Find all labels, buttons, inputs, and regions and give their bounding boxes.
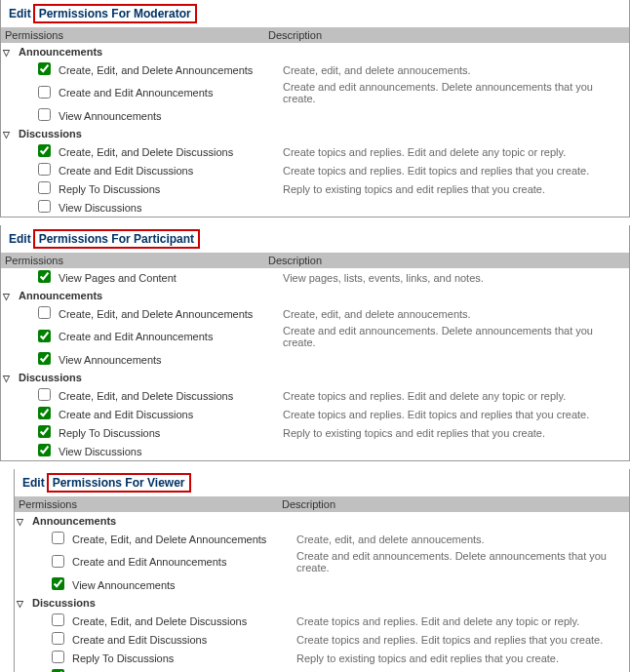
collapse-icon[interactable]: ▽ <box>17 599 23 609</box>
permission-description <box>279 442 629 460</box>
permission-description <box>279 198 629 217</box>
permission-description: Create, edit, and delete annoucements. <box>279 304 629 323</box>
permission-row: Create and Edit AnnouncementsCreate and … <box>1 323 629 350</box>
permission-label: Create and Edit Announcements <box>68 548 293 575</box>
group-name: Discussions <box>28 594 293 612</box>
column-headers: PermissionsDescription <box>15 496 629 512</box>
permission-label: Create and Edit Discussions <box>55 161 279 179</box>
permission-label: Create, Edit, and Delete Announcements <box>68 530 293 548</box>
permission-checkbox[interactable] <box>38 163 51 176</box>
description-column-header: Description <box>264 27 629 43</box>
collapse-icon[interactable]: ▽ <box>3 130 10 139</box>
permission-group-row: ▽Discussions <box>1 369 629 386</box>
permission-description: Create topics and replies. Edit and dele… <box>279 142 629 161</box>
permissions-section-moderator: EditPermissions For ModeratorPermissions… <box>0 0 630 217</box>
permission-checkbox[interactable] <box>52 555 64 568</box>
permission-checkbox[interactable] <box>38 270 51 283</box>
permission-checkbox[interactable] <box>52 577 64 590</box>
permission-label: Create, Edit, and Delete Announcements <box>55 60 279 79</box>
permission-row: Create, Edit, and Delete AnnouncementsCr… <box>15 530 629 548</box>
edit-link[interactable]: Edit <box>9 232 31 246</box>
permission-label: View Announcements <box>68 575 293 594</box>
section-title: Permissions For Viewer <box>47 473 191 493</box>
permission-checkbox[interactable] <box>38 200 51 213</box>
permission-description <box>279 350 629 369</box>
group-name: Announcements <box>15 43 279 60</box>
permission-description: Create and edit announcements. Delete an… <box>293 548 629 575</box>
permission-description: Create topics and replies. Edit topics a… <box>279 161 629 179</box>
permissions-table: View Pages and ContentView pages, lists,… <box>1 268 629 460</box>
permission-row: View Announcements <box>15 575 629 594</box>
section-header: EditPermissions For Moderator <box>1 0 629 27</box>
permission-checkbox[interactable] <box>38 444 51 456</box>
permission-description: Create and edit announcements. Delete an… <box>279 323 629 350</box>
permission-label: View Discussions <box>68 667 293 672</box>
permission-checkbox[interactable] <box>52 651 64 663</box>
permission-group-row: ▽Discussions <box>15 594 629 612</box>
permission-description: Reply to existing topics and edit replie… <box>279 179 629 198</box>
permissions-table: ▽AnnouncementsCreate, Edit, and Delete A… <box>1 43 629 217</box>
permission-row: Create and Edit AnnouncementsCreate and … <box>15 548 629 575</box>
permission-description: Create, edit, and delete annoucements. <box>293 530 629 548</box>
permission-row: Reply To DiscussionsReply to existing to… <box>15 649 629 667</box>
column-headers: PermissionsDescription <box>1 253 629 268</box>
permission-label: Create and Edit Discussions <box>68 630 293 649</box>
permission-checkbox[interactable] <box>38 352 51 365</box>
collapse-icon[interactable]: ▽ <box>3 374 10 383</box>
permission-row: Create and Edit AnnouncementsCreate and … <box>1 79 629 106</box>
permission-checkbox[interactable] <box>38 144 51 157</box>
permission-description: Create, edit, and delete annoucements. <box>279 60 629 79</box>
permission-checkbox[interactable] <box>38 108 51 121</box>
permission-label: Create, Edit, and Delete Discussions <box>55 386 279 405</box>
permission-description: Create topics and replies. Edit topics a… <box>279 405 629 423</box>
permission-group-row: ▽Announcements <box>15 512 629 530</box>
permission-checkbox[interactable] <box>38 425 51 438</box>
permission-checkbox[interactable] <box>38 86 51 99</box>
edit-link[interactable]: Edit <box>22 476 45 490</box>
collapse-icon[interactable]: ▽ <box>3 292 10 301</box>
permission-checkbox[interactable] <box>52 532 64 544</box>
permission-row: View Discussions <box>1 442 629 460</box>
section-header: EditPermissions For Viewer <box>15 469 629 496</box>
permissions-column-header: Permissions <box>15 496 278 512</box>
permission-group-row: ▽Announcements <box>1 43 629 60</box>
permission-row: View Announcements <box>1 350 629 369</box>
permission-checkbox[interactable] <box>38 330 51 342</box>
permission-label: Reply To Discussions <box>55 179 279 198</box>
permission-label: Create, Edit, and Delete Announcements <box>55 304 279 323</box>
permission-label: Create, Edit, and Delete Discussions <box>55 142 279 161</box>
permission-checkbox[interactable] <box>38 306 51 319</box>
permission-description: Create topics and replies. Edit topics a… <box>293 630 629 649</box>
edit-link[interactable]: Edit <box>9 7 31 20</box>
description-column-header: Description <box>264 253 629 268</box>
permission-checkbox[interactable] <box>38 388 51 401</box>
permission-description <box>293 667 629 672</box>
permission-description: Reply to existing topics and edit replie… <box>293 649 629 667</box>
permission-row: Create, Edit, and Delete DiscussionsCrea… <box>15 612 629 630</box>
group-name: Announcements <box>15 287 279 304</box>
permission-description: Reply to existing topics and edit replie… <box>279 423 629 442</box>
permission-label: View Announcements <box>55 106 279 125</box>
permission-group-row: ▽Discussions <box>1 125 629 142</box>
permission-label: Create and Edit Discussions <box>55 405 279 423</box>
permission-checkbox[interactable] <box>38 62 51 75</box>
permission-checkbox[interactable] <box>38 181 51 194</box>
permission-label: View Discussions <box>55 198 279 217</box>
permission-row: View Discussions <box>1 198 629 217</box>
permission-group-row: ▽Announcements <box>1 287 629 304</box>
permission-label: View Announcements <box>55 350 279 369</box>
permission-checkbox[interactable] <box>52 632 64 645</box>
permission-checkbox[interactable] <box>38 407 51 419</box>
group-name: Announcements <box>28 512 293 530</box>
permission-description: View pages, lists, events, links, and no… <box>279 268 629 287</box>
permission-checkbox[interactable] <box>52 613 64 626</box>
permissions-section-participant: EditPermissions For ParticipantPermissio… <box>0 225 630 461</box>
collapse-icon[interactable]: ▽ <box>3 48 10 58</box>
permission-row: Reply To DiscussionsReply to existing to… <box>1 423 629 442</box>
permissions-column-header: Permissions <box>1 253 264 268</box>
permission-row: View Announcements <box>1 106 629 125</box>
permission-description <box>293 575 629 594</box>
collapse-icon[interactable]: ▽ <box>17 517 23 527</box>
permission-label: Create, Edit, and Delete Discussions <box>68 612 293 630</box>
column-headers: PermissionsDescription <box>1 27 629 43</box>
